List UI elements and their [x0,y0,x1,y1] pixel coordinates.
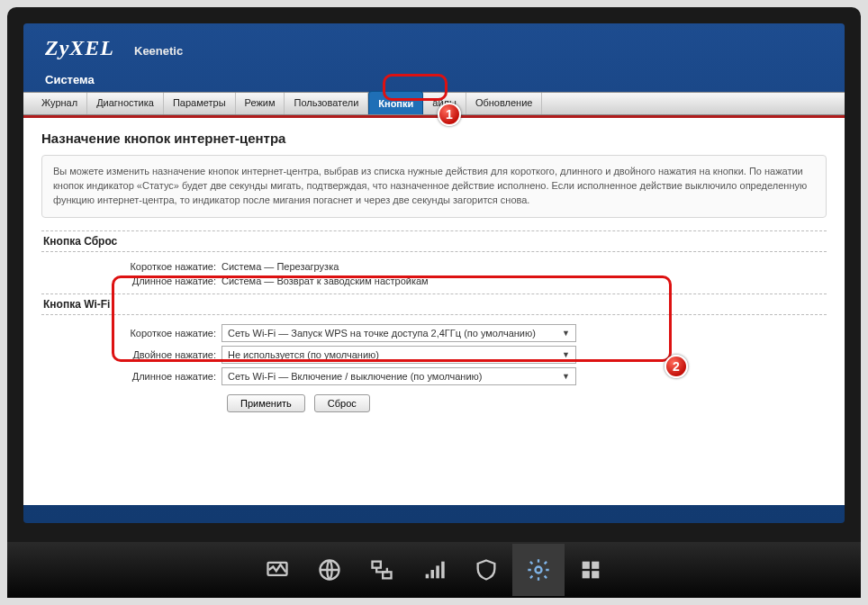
tabs-bar: Журнал Диагностика Параметры Режим Польз… [23,92,845,115]
wifi-long-select[interactable]: Сеть Wi-Fi — Включение / выключение (по … [222,367,576,385]
model-name: Keenetic [134,44,183,58]
taskbar-gear-icon[interactable] [512,544,565,596]
wifi-double-label: Двойное нажатие: [41,349,222,360]
reset-long-value: Система — Возврат к заводским настройкам [222,275,429,286]
wifi-short-select[interactable]: Сеть Wi-Fi — Запуск WPS на точке доступа… [222,324,576,342]
wifi-double-row: Двойное нажатие: Не используется (по умо… [41,346,827,364]
svg-rect-12 [592,571,599,578]
apply-button[interactable]: Применить [227,394,305,412]
section-title: Система [45,73,823,86]
router-admin-window: ZyXEL Keenetic Система Журнал Диагностик… [23,23,845,523]
svg-rect-10 [592,562,599,569]
reset-button[interactable]: Сброс [314,394,370,412]
wifi-long-value: Сеть Wi-Fi — Включение / выключение (по … [228,371,482,382]
content-panel: Назначение кнопок интернет-центра Вы мож… [23,118,845,505]
caret-down-icon: ▼ [562,372,570,381]
brand-logo: ZyXEL [45,36,114,60]
reset-short-label: Короткое нажатие: [41,261,222,272]
tab-mode[interactable]: Режим [236,93,285,114]
tab-update[interactable]: Обновление [466,93,543,114]
reset-long-label: Длинное нажатие: [41,275,222,286]
taskbar-signal-icon[interactable] [408,544,460,596]
taskbar-monitor-icon[interactable] [251,544,303,596]
wifi-long-row: Длинное нажатие: Сеть Wi-Fi — Включение … [41,367,827,385]
wifi-double-select[interactable]: Не используется (по умолчанию) ▼ [222,346,576,364]
reset-long-row: Длинное нажатие: Система — Возврат к зав… [41,275,827,286]
reset-short-row: Короткое нажатие: Система — Перезагрузка [41,261,827,272]
tab-diagnostics[interactable]: Диагностика [87,93,164,114]
svg-rect-7 [441,562,445,579]
wifi-short-row: Короткое нажатие: Сеть Wi-Fi — Запуск WP… [41,324,827,342]
svg-rect-2 [373,562,381,568]
svg-rect-9 [583,562,590,569]
taskbar-apps-icon[interactable] [565,544,617,596]
page-title: Назначение кнопок интернет-центра [41,131,827,146]
tab-buttons[interactable]: Кнопки [368,91,423,114]
svg-point-8 [536,567,542,573]
bottom-taskbar [7,542,861,598]
header: ZyXEL Keenetic Система [23,23,845,92]
svg-rect-4 [426,574,429,579]
info-box: Вы можете изменить назначение кнопок инт… [41,155,827,218]
taskbar-network-icon[interactable] [356,544,408,596]
tab-log[interactable]: Журнал [32,93,87,114]
caret-down-icon: ▼ [562,350,570,359]
svg-rect-5 [431,570,435,578]
wifi-double-value: Не используется (по умолчанию) [228,349,379,360]
wifi-short-label: Короткое нажатие: [41,328,222,339]
svg-rect-11 [583,571,590,578]
reset-short-value: Система — Перезагрузка [222,261,339,272]
group-wifi-title: Кнопка Wi-Fi [41,293,827,315]
tab-files[interactable]: айлы [423,93,466,114]
tab-users[interactable]: Пользователи [285,93,368,114]
svg-rect-6 [436,565,439,578]
caret-down-icon: ▼ [562,329,570,338]
group-reset-title: Кнопка Сброс [41,230,827,252]
taskbar-globe-icon[interactable] [303,544,356,596]
taskbar-shield-icon[interactable] [460,544,512,596]
wifi-short-value: Сеть Wi-Fi — Запуск WPS на точке доступа… [228,328,536,339]
wifi-long-label: Длинное нажатие: [41,371,222,382]
tab-parameters[interactable]: Параметры [164,93,236,114]
